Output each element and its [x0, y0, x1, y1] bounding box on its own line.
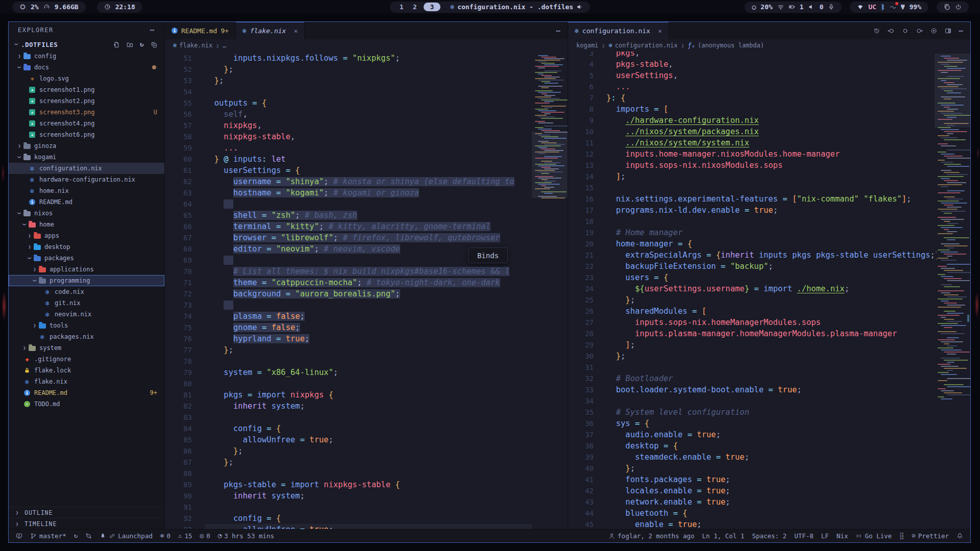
- code-line-27[interactable]: inputs.sops-nix.homeManagerModules.sops: [606, 317, 937, 328]
- status-0[interactable]: ⊗0: [160, 532, 170, 540]
- power-icon[interactable]: [955, 4, 962, 10]
- code-line-13[interactable]: inputs.sops-nix.nixosModules.sops: [606, 160, 937, 171]
- minimap-slider[interactable]: [935, 54, 970, 128]
- breadcrumb-item[interactable]: …: [223, 42, 226, 49]
- status-3-hrs-53-mins[interactable]: ◔3 hrs 53 mins: [218, 532, 274, 540]
- code-line-12[interactable]: inputs.home-manager.nixosModules.home-ma…: [606, 148, 937, 160]
- code-line-85[interactable]: allowUnfree = true;: [205, 434, 532, 445]
- tree-item-git.nix[interactable]: ❄git.nix: [9, 297, 164, 309]
- code-line-5[interactable]: userSettings,: [606, 70, 937, 81]
- code-line-82[interactable]: inherit system;: [205, 400, 532, 412]
- code-line-75[interactable]: gnome = false;: [205, 322, 532, 333]
- code-line-41[interactable]: fonts.packages = true;: [606, 474, 937, 485]
- status-foglar[interactable]: foglar, 2 months ago: [608, 532, 695, 540]
- code-line-64[interactable]: [205, 198, 532, 210]
- code-line-74[interactable]: plasma = false;: [205, 311, 532, 322]
- code-line-67[interactable]: browser = "librewolf"; # firefox, librew…: [205, 232, 532, 243]
- tree-item-screenshot1.png[interactable]: ▲screenshot1.png: [9, 84, 164, 95]
- nav-forward-icon[interactable]: [916, 28, 923, 34]
- code-line-20[interactable]: home-manager = {: [606, 238, 937, 249]
- code-line-45[interactable]: enable = true;: [606, 519, 937, 529]
- tree-item-screenshot6.png[interactable]: ▲screenshot6.png: [9, 129, 164, 140]
- code-line-15[interactable]: [606, 182, 937, 193]
- code-line-56[interactable]: self,: [205, 109, 532, 120]
- code-line-37[interactable]: audio.enable = true;: [606, 429, 937, 440]
- tree-item-code.nix[interactable]: ❄code.nix: [9, 286, 164, 297]
- tree-item-system[interactable]: ❯system: [9, 342, 164, 354]
- code-line-73[interactable]: [205, 299, 532, 311]
- tree-item-screenshot3.png[interactable]: ▲screenshot3.pngU: [9, 107, 164, 118]
- tree-item-home.nix[interactable]: ❄home.nix: [9, 185, 164, 196]
- status-sync[interactable]: ↻: [74, 533, 78, 539]
- code-line-89[interactable]: pkgs-stable = import nixpkgs-stable {: [205, 479, 532, 490]
- code-line-3[interactable]: pkgs,: [606, 52, 937, 59]
- code-line-21[interactable]: extraSpecialArgs = {inherit inputs pkgs …: [606, 249, 937, 261]
- refresh-icon[interactable]: ↻: [140, 41, 144, 48]
- status-go-live[interactable]: Go Live: [855, 532, 892, 540]
- code-line-81[interactable]: pkgs = import nixpkgs {: [205, 389, 532, 400]
- code-line-54[interactable]: [205, 86, 532, 97]
- code-line-62[interactable]: username = "shinya"; # konsta or shinya …: [205, 176, 532, 187]
- status-utf-8[interactable]: UTF-8: [794, 532, 814, 540]
- keyboard-layout[interactable]: UC: [868, 3, 876, 11]
- code-line-61[interactable]: userSettings = {: [205, 165, 532, 176]
- code-line-4[interactable]: pkgs-stable,: [606, 59, 937, 70]
- code-line-26[interactable]: sharedModules = [: [606, 306, 937, 317]
- editor-left[interactable]: Binds 5152535455565758596061626364656667…: [165, 52, 568, 529]
- close-icon[interactable]: ×: [293, 27, 298, 35]
- status-spaces-2[interactable]: Spaces: 2: [752, 532, 787, 540]
- code-line-33[interactable]: boot.loader.systemd-boot.enable = true;: [606, 384, 937, 395]
- status-compare[interactable]: [85, 533, 92, 539]
- code-line-10[interactable]: ../nixos/system/packages.nix: [606, 126, 937, 137]
- tree-item-flake.lock[interactable]: flake.lock: [9, 365, 164, 376]
- tree-item-.gitignore[interactable]: ◆.gitignore: [9, 354, 164, 365]
- code-line-70[interactable]: # List all themes: $ nix build nixpkgs#b…: [205, 266, 532, 277]
- code-line-69[interactable]: [205, 255, 532, 266]
- status-master-[interactable]: master*: [30, 532, 66, 540]
- code-line-60[interactable]: } @ inputs: let: [205, 154, 532, 165]
- tree-item-packages[interactable]: ❯packages: [9, 253, 164, 264]
- code-line-88[interactable]: [205, 468, 532, 479]
- tab-readme.md[interactable]: iREADME.md9+: [165, 22, 236, 39]
- tree-item-readme.md[interactable]: iREADME.md9+: [9, 387, 164, 398]
- code-line-63[interactable]: hostname = "kogami"; # kogami or ginoza: [205, 187, 532, 198]
- code-line-22[interactable]: backupFileExtension = "backup";: [606, 261, 937, 272]
- code-line-39[interactable]: steamdeck.enable = true;: [606, 452, 937, 463]
- breadcrumb-left[interactable]: ❄flake.nix❯…: [165, 39, 568, 52]
- code-line-24[interactable]: ${userSettings.username} = import ./home…: [606, 283, 937, 294]
- tree-item-logo.svg[interactable]: ✳logo.svg: [9, 73, 164, 84]
- code-line-72[interactable]: background = "aurora_borealis.png";: [205, 288, 532, 299]
- panel-timeline[interactable]: ❯TIMELINE: [9, 518, 164, 529]
- workspace-2[interactable]: 2: [410, 3, 420, 11]
- tree-item-screenshot4.png[interactable]: ▲screenshot4.png: [9, 118, 164, 129]
- code-line-80[interactable]: [205, 378, 532, 389]
- minimap[interactable]: [532, 54, 568, 529]
- code-line-86[interactable]: };: [205, 445, 532, 457]
- code-lines[interactable]: pkgs, pkgs-stable, userSettings, ...}: {…: [606, 52, 937, 529]
- tree-item-flake.nix[interactable]: ❄flake.nix: [9, 376, 164, 387]
- code-line-59[interactable]: ...: [205, 142, 532, 154]
- code-line-7[interactable]: }: {: [606, 92, 937, 104]
- code-line-25[interactable]: };: [606, 294, 937, 306]
- status-prettier[interactable]: ⊘Prettier: [912, 532, 949, 540]
- status-ln-1[interactable]: Ln 1, Col 1: [702, 532, 745, 540]
- tab-configuration.nix[interactable]: ❄configuration.nix×: [568, 22, 669, 39]
- code-line-78[interactable]: [205, 356, 532, 367]
- volume-icon[interactable]: [576, 4, 583, 10]
- code-line-84[interactable]: config = {: [205, 423, 532, 434]
- code-line-87[interactable]: };: [205, 457, 532, 468]
- code-line-31[interactable]: [606, 362, 937, 373]
- code-line-36[interactable]: sys = {: [606, 418, 937, 429]
- code-line-6[interactable]: ...: [606, 81, 937, 92]
- breadcrumb-item[interactable]: ❄flake.nix: [173, 42, 212, 49]
- bluetooth-icon[interactable]: ᛒ: [881, 4, 885, 10]
- more-icon[interactable]: ⋯: [556, 27, 560, 34]
- new-file-icon[interactable]: [113, 41, 120, 48]
- workspace-3[interactable]: 3: [424, 3, 441, 11]
- microphone-icon[interactable]: [828, 4, 835, 10]
- minimap-slider[interactable]: [532, 132, 568, 198]
- code-line-71[interactable]: theme = "catppuccin-mocha"; # tokyo-nigh…: [205, 277, 532, 288]
- status-launchpad[interactable]: Launchpad: [100, 532, 153, 540]
- more-icon[interactable]: ⋯: [959, 27, 963, 34]
- tree-item-applications[interactable]: ❯applications: [9, 264, 164, 275]
